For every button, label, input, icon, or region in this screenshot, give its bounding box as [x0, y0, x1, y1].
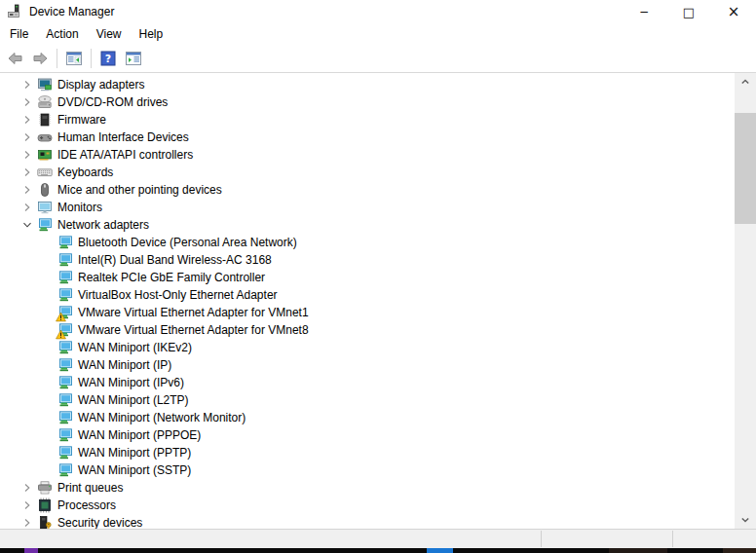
chevron-down-icon [737, 512, 753, 528]
tree-item-firmware[interactable]: Firmware [0, 111, 735, 129]
taskbar-strip [0, 548, 756, 553]
tree-item-label: WAN Miniport (SSTP) [78, 463, 191, 477]
tree-item-virtualbox-host-only-ethernet-adapter[interactable]: VirtualBox Host-Only Ethernet Adapter [0, 286, 735, 304]
toolbar-separator [91, 49, 92, 68]
tree-item-wan-miniport-ipv6[interactable]: WAN Miniport (IPv6) [0, 374, 735, 391]
chevron-right-icon[interactable] [19, 515, 35, 529]
taskbar-color-segment [427, 548, 453, 553]
scroll-up-button[interactable] [735, 73, 756, 91]
tree-item-label: DVD/CD-ROM drives [57, 95, 168, 109]
tree-item-label: Network adapters [57, 218, 149, 232]
network-adapter-icon [57, 305, 73, 320]
toolbar: ? [0, 45, 756, 73]
tree-item-wan-miniport-ip[interactable]: WAN Miniport (IP) [0, 356, 735, 374]
show-console-tree-button[interactable] [62, 47, 86, 70]
security-chip-icon [37, 515, 53, 529]
tree-item-ide-ata-atapi-controllers[interactable]: IDE ATA/ATAPI controllers [0, 146, 735, 164]
tree-item-vmware-virtual-ethernet-adapter-for-vmnet1[interactable]: VMware Virtual Ethernet Adapter for VMne… [0, 304, 735, 321]
tree-item-label: WAN Miniport (L2TP) [78, 393, 189, 407]
network-adapter-icon [57, 340, 73, 355]
console-tree-icon [66, 51, 82, 66]
action-pane-icon [126, 51, 141, 66]
network-adapter-icon [57, 287, 73, 303]
tree-item-wan-miniport-pptp[interactable]: WAN Miniport (PPTP) [0, 444, 735, 461]
tree-item-label: Monitors [57, 201, 102, 214]
tree-item-realtek-pcie-gbe-family-controller[interactable]: Realtek PCIe GbE Family Controller [0, 269, 735, 286]
tree-item-intel-r-dual-band-wireless-ac-3168[interactable]: Intel(R) Dual Band Wireless-AC 3168 [0, 251, 735, 269]
chevron-right-icon[interactable] [19, 498, 35, 513]
mouse-icon [37, 182, 53, 198]
tree-item-wan-miniport-l2tp[interactable]: WAN Miniport (L2TP) [0, 391, 735, 409]
tree-item-wan-miniport-pppoe[interactable]: WAN Miniport (PPPOE) [0, 426, 735, 444]
tree-item-bluetooth-device-personal-area-network[interactable]: Bluetooth Device (Personal Area Network) [0, 234, 735, 251]
maximize-button[interactable]: □ [666, 0, 711, 23]
menu-help[interactable]: Help [131, 24, 172, 44]
chevron-right-icon[interactable] [19, 480, 35, 496]
keyboard-icon [37, 165, 53, 180]
tree-item-wan-miniport-ikev2[interactable]: WAN Miniport (IKEv2) [0, 339, 735, 356]
chevron-right-icon[interactable] [19, 129, 35, 145]
tree-item-label: WAN Miniport (IPv6) [78, 376, 184, 389]
scroll-down-button[interactable] [735, 511, 756, 529]
tree-item-vmware-virtual-ethernet-adapter-for-vmnet8[interactable]: VMware Virtual Ethernet Adapter for VMne… [0, 321, 735, 339]
monitor-icon [37, 200, 53, 215]
taskbar-color-segment [723, 548, 756, 553]
tree-item-dvd-cd-rom-drives[interactable]: DVD/CD-ROM drives [0, 93, 735, 111]
tree-item-human-interface-devices[interactable]: Human Interface Devices [0, 129, 735, 146]
chevron-right-icon[interactable] [19, 182, 35, 198]
device-manager-window: Device Manager − □ × FileActionViewHelp … [0, 0, 756, 553]
back-button[interactable] [3, 47, 26, 70]
help-button[interactable]: ? [96, 47, 120, 70]
chevron-right-icon[interactable] [19, 112, 35, 128]
network-adapter-icon [57, 270, 73, 285]
window-controls: − □ × [622, 0, 756, 23]
processor-icon [37, 498, 53, 513]
forward-button[interactable] [28, 47, 52, 70]
menu-view[interactable]: View [88, 24, 131, 44]
display-adapters-icon [37, 77, 53, 92]
show-action-pane-button[interactable] [122, 47, 145, 70]
tree-item-display-adapters[interactable]: Display adapters [0, 76, 735, 93]
tree-item-wan-miniport-sstp[interactable]: WAN Miniport (SSTP) [0, 461, 735, 479]
help-icon: ? [100, 51, 116, 66]
chevron-right-icon[interactable] [19, 147, 35, 163]
warning-icon [56, 312, 66, 322]
tree-item-mice-and-other-pointing-devices[interactable]: Mice and other pointing devices [0, 181, 735, 199]
warning-icon [56, 329, 66, 340]
tree-item-label: WAN Miniport (PPTP) [78, 446, 191, 460]
tree-item-wan-miniport-network-monitor[interactable]: WAN Miniport (Network Monitor) [0, 409, 735, 426]
chevron-right-icon[interactable] [19, 77, 35, 92]
close-button[interactable]: × [711, 0, 756, 23]
chevron-down-icon[interactable] [19, 217, 35, 233]
menu-file[interactable]: File [1, 24, 37, 44]
network-adapter-icon [57, 410, 73, 425]
dvd-drive-icon [37, 94, 53, 110]
tree-item-label: WAN Miniport (PPPOE) [78, 428, 201, 442]
content-area: Display adaptersDVD/CD-ROM drivesFirmwar… [0, 73, 756, 529]
tree-item-monitors[interactable]: Monitors [0, 199, 735, 216]
chevron-up-icon [737, 74, 753, 90]
tree-item-label: VirtualBox Host-Only Ethernet Adapter [78, 288, 278, 302]
tree-item-label: Processors [57, 498, 116, 512]
vertical-scrollbar[interactable] [735, 73, 756, 529]
chevron-right-icon[interactable] [19, 165, 35, 180]
network-adapter-icon [57, 322, 73, 338]
network-adapter-icon [57, 235, 73, 250]
tree-item-keyboards[interactable]: Keyboards [0, 164, 735, 181]
tree-item-label: WAN Miniport (IP) [78, 358, 171, 372]
network-adapter-icon [57, 427, 73, 443]
tree-item-label: Bluetooth Device (Personal Area Network) [78, 236, 297, 249]
tree-item-label: VMware Virtual Ethernet Adapter for VMne… [78, 323, 309, 337]
tree-item-processors[interactable]: Processors [0, 497, 735, 514]
chevron-right-icon[interactable] [19, 200, 35, 215]
tree-item-network-adapters[interactable]: Network adapters [0, 216, 735, 234]
tree-item-security-devices[interactable]: Security devices [0, 514, 735, 529]
tree-item-label: VMware Virtual Ethernet Adapter for VMne… [78, 306, 309, 319]
chevron-right-icon[interactable] [19, 94, 35, 110]
tree-item-label: Intel(R) Dual Band Wireless-AC 3168 [78, 253, 272, 267]
scrollbar-thumb[interactable] [735, 113, 756, 224]
tree-item-print-queues[interactable]: Print queues [0, 479, 735, 497]
minimize-button[interactable]: − [622, 0, 666, 23]
menu-action[interactable]: Action [37, 24, 87, 44]
forward-arrow-icon [32, 51, 49, 66]
